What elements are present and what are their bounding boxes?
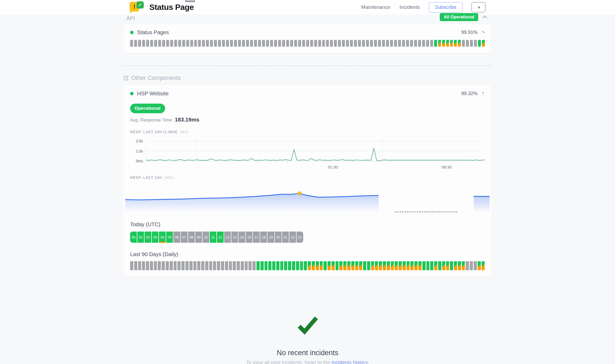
nav-incidents[interactable]: Incidents bbox=[399, 4, 420, 10]
uptime-bar bbox=[178, 40, 181, 47]
uptime-bar bbox=[302, 40, 305, 47]
uptime-bar bbox=[371, 261, 374, 270]
uptime-bar bbox=[182, 40, 185, 47]
highlight-point[interactable] bbox=[297, 191, 301, 195]
uptime-bar bbox=[150, 261, 153, 270]
uptime-bar bbox=[222, 40, 225, 47]
last90-heading: Last 90 Days (Daily) bbox=[130, 251, 485, 257]
last90-bar-strip bbox=[130, 261, 485, 270]
uptime-bar bbox=[150, 40, 153, 47]
y-tick-label: 0ms bbox=[136, 159, 143, 163]
uptime-bar bbox=[174, 40, 177, 47]
uptime-bar bbox=[343, 261, 347, 270]
uptime-bar bbox=[241, 261, 244, 270]
uptime-bar bbox=[336, 261, 339, 270]
theme-toggle-button[interactable]: ◑ bbox=[472, 2, 485, 12]
uptime-bar bbox=[363, 261, 366, 270]
hour-cell-20: 20 bbox=[275, 232, 282, 243]
uptime-bar bbox=[330, 40, 333, 47]
uptime-bar bbox=[458, 261, 461, 270]
uptime-bar bbox=[438, 40, 441, 47]
uptime-bar bbox=[395, 261, 398, 270]
uptime-bar bbox=[138, 40, 141, 47]
uptime-bar bbox=[375, 261, 378, 270]
uptime-bar bbox=[225, 261, 228, 270]
uptime-bar bbox=[482, 261, 485, 270]
uptime-bar bbox=[181, 261, 185, 270]
uptime-bar bbox=[146, 261, 149, 270]
uptime-bar bbox=[430, 40, 433, 47]
uptime-percent: 99.32% bbox=[461, 91, 478, 96]
uptime-bar bbox=[186, 40, 189, 47]
refresh-icon[interactable]: ↷ bbox=[481, 30, 485, 35]
component-row-hsp-website[interactable]: HSP Website 99.32% ⇡ bbox=[130, 91, 485, 97]
uptime-bar bbox=[434, 261, 437, 270]
uptime-bar bbox=[454, 261, 457, 270]
overall-status-row: All Operational bbox=[440, 13, 486, 21]
uptime-bar bbox=[213, 261, 216, 270]
avg-response-row: Avg. Response Time:183.19ms bbox=[130, 117, 485, 123]
uptime-bar bbox=[130, 40, 133, 47]
uptime-bar bbox=[288, 261, 291, 270]
uptime-bar bbox=[218, 40, 221, 47]
uptime-bar bbox=[292, 261, 295, 270]
uptime-bar bbox=[290, 40, 293, 47]
subscribe-button[interactable]: Subscribe bbox=[429, 2, 462, 13]
uptime-bar bbox=[294, 40, 297, 47]
chart2-label: RESP. LAST 24H (MS) bbox=[130, 175, 485, 180]
uptime-bar bbox=[442, 40, 445, 47]
uptime-bar bbox=[158, 40, 161, 47]
uptime-bar bbox=[162, 261, 165, 270]
uptime-bar bbox=[166, 40, 169, 47]
uptime-bar bbox=[250, 40, 253, 47]
uptime-bar bbox=[306, 40, 309, 47]
uptime-bar bbox=[367, 261, 370, 270]
uptime-bar bbox=[205, 261, 208, 270]
uptime-bar bbox=[300, 261, 303, 270]
big-check-icon bbox=[295, 312, 320, 337]
uptime-bar bbox=[177, 261, 181, 270]
page-content: All Operational API Status Pages 99.91% … bbox=[123, 14, 492, 364]
uptime-bar bbox=[355, 261, 359, 270]
uptime-bar bbox=[230, 40, 233, 47]
uptime-bar bbox=[197, 261, 200, 270]
uptime-bar bbox=[318, 40, 321, 47]
uptime-bar bbox=[258, 40, 261, 47]
uptime-bar bbox=[339, 261, 342, 270]
trend-up-icon[interactable]: ⇡ bbox=[481, 91, 485, 96]
hour-cell-00: 00 bbox=[130, 232, 137, 243]
uptime-bar bbox=[478, 261, 481, 270]
incidents-history-link[interactable]: incidents history. bbox=[332, 359, 369, 364]
hour-cell-02: 02 bbox=[145, 232, 151, 243]
uptime-bar bbox=[334, 40, 337, 47]
status-dot-green bbox=[130, 31, 134, 34]
uptime-bar bbox=[386, 40, 389, 47]
other-components-heading: Other Components bbox=[124, 75, 492, 81]
hour-cell-07: 07 bbox=[181, 232, 188, 243]
uptime-bar bbox=[403, 261, 406, 270]
response-time-area-chart[interactable] bbox=[125, 183, 490, 216]
chart1-plot-area[interactable] bbox=[146, 138, 485, 163]
hour-cell-18: 18 bbox=[260, 232, 267, 243]
uptime-bar bbox=[264, 261, 268, 270]
nav-maintenance[interactable]: Maintenance bbox=[361, 4, 390, 10]
component-row-status-pages[interactable]: Status Pages 99.91% ↷ bbox=[130, 29, 485, 36]
uptime-percent: 99.91% bbox=[461, 30, 478, 35]
uptime-bar bbox=[316, 261, 319, 270]
uptime-bar bbox=[422, 40, 425, 47]
hour-cell-13: 13 bbox=[224, 232, 231, 243]
uptime-bar bbox=[407, 261, 410, 270]
uptime-bar bbox=[237, 261, 240, 270]
uptime-bar bbox=[320, 261, 323, 270]
all-operational-badge[interactable]: All Operational bbox=[440, 13, 478, 21]
brand-title: Status Page bbox=[149, 3, 194, 11]
chart2-area-svg bbox=[125, 183, 490, 216]
uptime-bar bbox=[298, 40, 301, 47]
uptime-bar bbox=[402, 40, 405, 47]
uptime-bar bbox=[229, 261, 232, 270]
uptime-bar bbox=[170, 261, 173, 270]
uptime-bar bbox=[274, 40, 277, 47]
uptime-bar bbox=[458, 40, 461, 47]
uptime-bar bbox=[466, 261, 469, 270]
collapse-chevron-icon[interactable] bbox=[482, 15, 487, 20]
